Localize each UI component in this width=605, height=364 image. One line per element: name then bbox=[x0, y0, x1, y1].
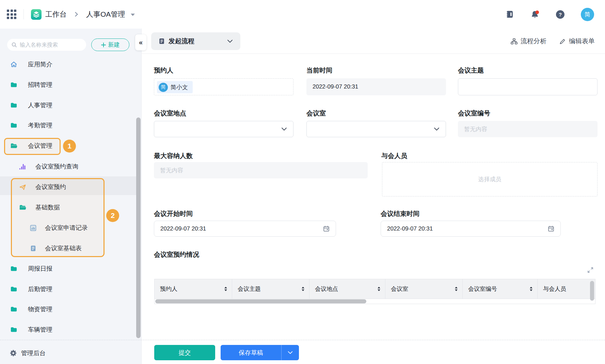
table-header-attendees[interactable]: 与会人员 bbox=[538, 279, 595, 299]
process-analysis-link[interactable]: 流程分析 bbox=[511, 37, 546, 46]
new-button[interactable]: 新建 bbox=[91, 38, 129, 51]
search-input[interactable] bbox=[20, 42, 78, 48]
chevron-down-icon bbox=[434, 127, 440, 131]
chip-avatar: 简 bbox=[159, 83, 168, 92]
sort-icon[interactable] bbox=[302, 287, 304, 291]
workspace-title[interactable]: 工作台 bbox=[45, 10, 67, 19]
breadcrumb-app-title[interactable]: 人事OA管理 bbox=[86, 10, 125, 19]
folder-icon bbox=[10, 327, 17, 333]
sidebar-item-attendance[interactable]: 考勤管理 bbox=[0, 118, 136, 133]
submit-button[interactable]: 提交 bbox=[154, 345, 215, 360]
folder-icon bbox=[10, 266, 17, 272]
attendees-field[interactable]: 选择成员 bbox=[382, 162, 598, 196]
form-doc-icon bbox=[159, 38, 165, 45]
process-selector[interactable]: 发起流程 bbox=[151, 32, 240, 50]
reserver-field[interactable]: 简 简小文 bbox=[154, 78, 293, 95]
sidebar-item-admin-console[interactable]: 管理后台 bbox=[0, 346, 136, 361]
table-horizontal-scrollbar[interactable] bbox=[155, 299, 595, 304]
notifications-bell-icon[interactable] bbox=[530, 10, 540, 19]
start-time-field[interactable]: 2022-09-07 20:31 bbox=[154, 221, 336, 237]
expand-icon[interactable] bbox=[587, 267, 593, 273]
reserver-label: 预约人 bbox=[154, 66, 173, 75]
pencil-icon bbox=[559, 38, 566, 45]
app-switch-caret-icon[interactable] bbox=[131, 14, 135, 16]
main-content: « 发起流程 流程分析 编辑表单 预约人 简 简小 bbox=[142, 29, 605, 364]
sidebar-item-vehicles[interactable]: 车辆管理 bbox=[0, 322, 136, 337]
sidebar-item-recruiting[interactable]: 招聘管理 bbox=[0, 77, 136, 92]
sidebar-item-application-records[interactable]: 会议室申请记录 bbox=[0, 220, 136, 235]
main-topbar: « 发起流程 流程分析 编辑表单 bbox=[142, 29, 605, 54]
sidebar-scrollbar[interactable] bbox=[136, 117, 141, 338]
sidebar-item-meeting-mgmt[interactable]: 会议管理 bbox=[0, 138, 136, 153]
sidebar-item-hr[interactable]: 人事管理 bbox=[0, 98, 136, 113]
table-header-reserver[interactable]: 预约人 bbox=[155, 279, 232, 299]
current-time-field: 2022-09-07 20:31 bbox=[306, 78, 446, 95]
folder-icon bbox=[10, 122, 17, 128]
app-window: 工作台 人事OA管理 ? 简 新建 应用简介 招聘管理 bbox=[0, 0, 605, 364]
subject-field[interactable] bbox=[458, 78, 598, 95]
calendar-icon bbox=[548, 225, 554, 232]
room-location-label: 会议室地点 bbox=[154, 109, 186, 118]
notebook-icon[interactable] bbox=[505, 10, 514, 19]
sort-icon[interactable] bbox=[224, 287, 227, 291]
end-time-field[interactable]: 2022-09-07 20:31 bbox=[381, 221, 561, 237]
sidebar-item-reservation-query[interactable]: 会议室预约查询 bbox=[0, 159, 136, 174]
subject-label: 会议主题 bbox=[458, 66, 484, 75]
process-title: 发起流程 bbox=[169, 37, 194, 46]
workspace-logo-icon[interactable] bbox=[31, 9, 42, 20]
save-draft-button[interactable]: 保存草稿 bbox=[221, 345, 281, 360]
chevron-down-icon bbox=[281, 127, 287, 131]
room-location-select[interactable] bbox=[154, 121, 293, 137]
folder-icon bbox=[10, 102, 17, 108]
sort-icon[interactable] bbox=[530, 287, 532, 291]
user-avatar[interactable]: 简 bbox=[581, 8, 594, 21]
current-time-label: 当前时间 bbox=[306, 66, 332, 75]
gear-icon bbox=[10, 349, 17, 357]
subject-input[interactable] bbox=[458, 79, 597, 95]
chevron-down-icon bbox=[288, 351, 293, 354]
sidebar-search[interactable] bbox=[7, 39, 86, 51]
home-icon bbox=[10, 61, 17, 68]
edit-form-link[interactable]: 编辑表单 bbox=[559, 37, 595, 46]
form-actions-bar: 提交 保存草稿 bbox=[142, 340, 605, 364]
header-right: ? 简 bbox=[505, 8, 605, 21]
room-select[interactable] bbox=[306, 121, 446, 137]
sidebar-item-room-base-table[interactable]: 会议室基础表 bbox=[0, 241, 136, 256]
flowchart-icon bbox=[511, 38, 518, 45]
sidebar-item-app-intro[interactable]: 应用简介 bbox=[0, 57, 136, 72]
folder-icon bbox=[10, 306, 17, 312]
table-header-subject[interactable]: 会议主题 bbox=[232, 279, 309, 299]
sidebar-item-weekly-daily[interactable]: 周报日报 bbox=[0, 261, 136, 276]
send-icon bbox=[19, 184, 26, 190]
room-no-label: 会议室编号 bbox=[458, 109, 490, 118]
sidebar-item-materials[interactable]: 物资管理 bbox=[0, 302, 136, 317]
app-launcher-icon[interactable] bbox=[7, 10, 16, 19]
sidebar-item-logistics[interactable]: 后勤管理 bbox=[0, 282, 136, 297]
save-draft-group: 保存草稿 bbox=[221, 345, 299, 360]
vertical-scroll-thumb[interactable] bbox=[590, 281, 594, 301]
folder-open-icon bbox=[10, 143, 17, 149]
header-left: 工作台 人事OA管理 bbox=[0, 9, 135, 20]
sort-icon[interactable] bbox=[455, 287, 458, 291]
save-draft-dropdown[interactable] bbox=[281, 345, 299, 360]
horizontal-scroll-thumb[interactable] bbox=[155, 299, 366, 303]
sidebar-collapse-button[interactable]: « bbox=[135, 34, 146, 50]
sidebar: 新建 应用简介 招聘管理 人事管理 考勤管理 会议管理 会议室预约查询 bbox=[0, 29, 142, 364]
end-time-label: 会议结束时间 bbox=[381, 209, 419, 218]
header-divider bbox=[23, 9, 24, 19]
folder-icon bbox=[10, 286, 17, 292]
table-header-room-no[interactable]: 会议室编号 bbox=[463, 279, 538, 299]
reserver-chip[interactable]: 简 简小文 bbox=[157, 81, 193, 93]
calendar-icon bbox=[323, 225, 330, 232]
capacity-field: 暂无内容 bbox=[154, 162, 368, 178]
sidebar-item-room-reservation[interactable]: 会议室预约 bbox=[0, 179, 136, 194]
table-header-location[interactable]: 会议地点 bbox=[309, 279, 385, 299]
search-icon bbox=[11, 42, 17, 48]
table-header-room[interactable]: 会议室 bbox=[385, 279, 463, 299]
help-icon[interactable]: ? bbox=[556, 10, 564, 19]
table-header-row: 预约人 会议主题 会议地点 会议室 会议室编号 与会人员 bbox=[155, 279, 595, 299]
sidebar-item-base-data[interactable]: 基础数据 bbox=[0, 200, 136, 215]
sort-icon[interactable] bbox=[378, 287, 380, 291]
top-header: 工作台 人事OA管理 ? 简 bbox=[0, 0, 605, 29]
folder-icon bbox=[10, 82, 17, 88]
